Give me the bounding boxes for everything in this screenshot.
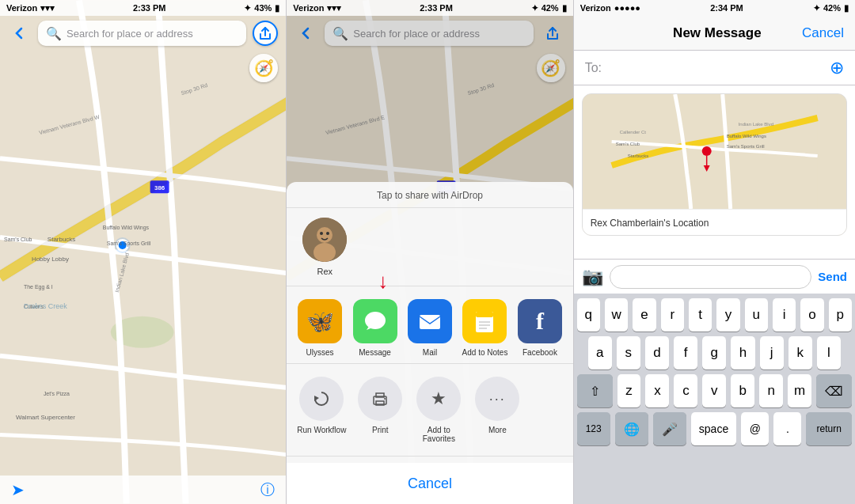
add-recipient-button[interactable]: ⊕	[830, 58, 844, 78]
status-bar-3: Verizon ●●●●● 2:34 PM ✦ 42% ▮	[574, 0, 855, 16]
key-u[interactable]: u	[745, 298, 768, 332]
key-j[interactable]: j	[760, 336, 784, 369]
message-input-bar: 📷 Send	[574, 259, 855, 294]
carrier-1: Verizon	[6, 3, 37, 13]
share-action-workflow[interactable]: Run Workflow	[294, 377, 348, 443]
key-w[interactable]: w	[605, 298, 628, 332]
share-action-print[interactable]: Print	[353, 377, 407, 443]
search-placeholder-1: Search for place or address	[66, 28, 193, 40]
key-return[interactable]: return	[806, 412, 852, 445]
location-arrow-icon-1[interactable]: ➤	[11, 480, 25, 499]
keyboard-row-2: a s d f g h j k l	[574, 332, 855, 369]
camera-icon[interactable]: 📷	[582, 267, 603, 287]
workflow-icon	[311, 388, 332, 409]
svg-rect-40	[376, 393, 384, 397]
key-h[interactable]: h	[731, 336, 754, 369]
key-q[interactable]: q	[577, 298, 600, 332]
share-icon-notes[interactable]: Add to Notes	[460, 299, 510, 357]
key-c[interactable]: c	[674, 374, 697, 407]
search-field-1[interactable]: 🔍 Search for place or address	[38, 21, 246, 46]
bt-icon-2: ✦	[531, 3, 538, 13]
key-g[interactable]: g	[702, 336, 726, 369]
key-m[interactable]: m	[788, 374, 811, 407]
send-button[interactable]: Send	[818, 270, 847, 283]
panel-2-share: 386 Vietnam Veterans Blvd E Stop 30 Rd V…	[287, 0, 572, 504]
keyboard-row-4: 123 🌐 🎤 space @ . return	[574, 407, 855, 450]
key-123[interactable]: 123	[577, 412, 610, 445]
mail-icon	[416, 308, 443, 335]
key-o[interactable]: o	[800, 298, 823, 332]
key-l[interactable]: l	[817, 336, 841, 369]
keyboard-row-3: ⇧ z x c v b n m ⌫	[574, 369, 855, 407]
battery-icon-1: ▮	[275, 3, 279, 13]
key-e[interactable]: e	[633, 298, 656, 332]
cancel-button-3[interactable]: Cancel	[802, 25, 844, 41]
key-at[interactable]: @	[741, 412, 769, 445]
share-action-more[interactable]: ··· More	[470, 377, 524, 443]
share-cancel-button[interactable]: Cancel	[287, 463, 572, 504]
key-t[interactable]: t	[689, 298, 712, 332]
more-icon-circle: ···	[475, 377, 519, 421]
facebook-icon: f	[536, 308, 544, 335]
key-d[interactable]: d	[645, 336, 669, 369]
rex-avatar-face	[302, 218, 347, 262]
key-x[interactable]: x	[645, 374, 669, 407]
bt-icon: ✦	[244, 3, 251, 13]
key-mic[interactable]: 🎤	[653, 412, 686, 445]
wifi-icon-2: ▾▾▾	[327, 3, 341, 13]
ulysses-icon-box: 🦋	[298, 299, 342, 343]
svg-text:Sam's Sports Grill: Sam's Sports Grill	[107, 241, 151, 247]
share-icon-facebook[interactable]: f Facebook	[515, 299, 564, 357]
svg-point-50	[701, 146, 711, 156]
key-y[interactable]: y	[716, 298, 739, 332]
key-globe[interactable]: 🌐	[615, 412, 648, 445]
share-icon-mail[interactable]: Mail	[405, 299, 454, 357]
key-v[interactable]: v	[702, 374, 726, 407]
message-label: Message	[359, 348, 391, 357]
compass-icon-1: 🧭	[254, 59, 274, 78]
key-k[interactable]: k	[788, 336, 812, 369]
airdrop-person-rex[interactable]: Rex	[302, 218, 347, 276]
print-label: Print	[372, 426, 389, 434]
ulysses-icon: 🦋	[306, 309, 334, 335]
key-b[interactable]: b	[731, 374, 754, 407]
svg-text:Buffalo Wild Wings: Buffalo Wild Wings	[103, 225, 150, 231]
message-text-input[interactable]	[610, 265, 812, 289]
airdrop-row: Rex	[287, 208, 572, 286]
key-period[interactable]: .	[773, 412, 801, 445]
svg-rect-43	[611, 94, 817, 209]
back-arrow-1[interactable]	[8, 21, 32, 45]
key-n[interactable]: n	[759, 374, 783, 407]
key-z[interactable]: z	[618, 374, 641, 407]
share-icon-message[interactable]: Message	[350, 299, 400, 357]
key-f[interactable]: f	[674, 336, 697, 369]
time-2: 2:33 PM	[420, 3, 453, 13]
key-p[interactable]: p	[829, 298, 852, 332]
carrier-2: Verizon	[293, 3, 324, 13]
key-shift[interactable]: ⇧	[577, 374, 613, 407]
red-arrow: ↓	[378, 269, 388, 294]
favorites-label: Add to Favorites	[412, 426, 466, 443]
print-icon-circle	[358, 377, 402, 421]
svg-rect-32	[420, 315, 440, 329]
key-s[interactable]: s	[617, 336, 640, 369]
notes-icon-box	[462, 299, 507, 343]
more-label: More	[488, 426, 507, 434]
info-icon-1[interactable]: ⓘ	[260, 480, 275, 499]
facebook-icon-box: f	[518, 299, 562, 343]
status-right-2: ✦ 42% ▮	[531, 3, 567, 13]
share-actions-row: Run Workflow Print ★ Add to Favori	[287, 364, 572, 457]
key-r[interactable]: r	[661, 298, 684, 332]
svg-point-26	[317, 227, 332, 243]
notes-icon	[471, 308, 498, 335]
key-delete[interactable]: ⌫	[816, 374, 852, 407]
key-i[interactable]: i	[773, 298, 796, 332]
workflow-label: Run Workflow	[297, 426, 346, 434]
key-space[interactable]: space	[691, 412, 737, 445]
key-a[interactable]: a	[588, 336, 612, 369]
share-button-1[interactable]	[253, 21, 278, 46]
svg-text:Hobby Lobby: Hobby Lobby	[32, 256, 69, 263]
share-action-favorites[interactable]: ★ Add to Favorites	[412, 377, 466, 443]
share-icon-ulysses[interactable]: 🦋 Ulysses	[294, 299, 344, 357]
svg-point-29	[326, 232, 329, 235]
